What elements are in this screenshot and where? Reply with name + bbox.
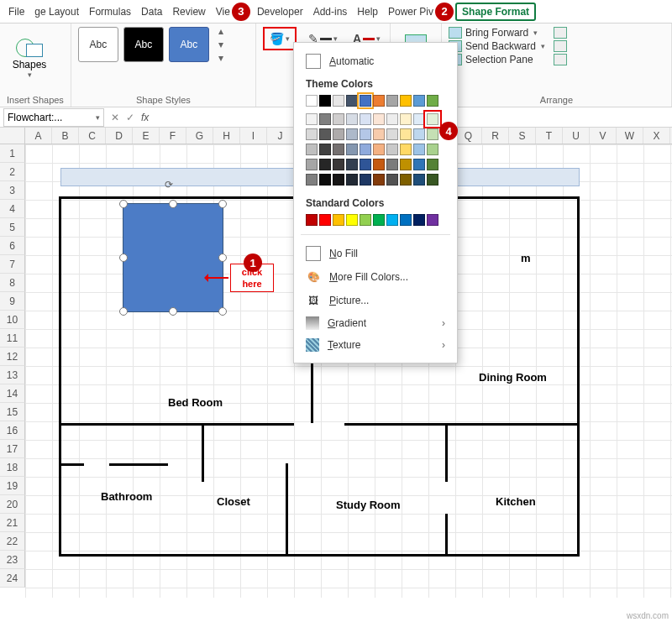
- color-swatch[interactable]: [373, 214, 385, 226]
- tab-help[interactable]: Help: [352, 3, 383, 21]
- shape-style-3[interactable]: Abc: [169, 27, 209, 62]
- tab-data[interactable]: Data: [136, 3, 167, 21]
- tab-formulas[interactable]: Formulas: [84, 3, 136, 21]
- tab-page-layout[interactable]: ge Layout: [29, 3, 84, 21]
- color-swatch[interactable]: [360, 144, 371, 155]
- column-header[interactable]: A: [25, 128, 52, 144]
- color-swatch[interactable]: [413, 174, 425, 186]
- shapes-button[interactable]: Shapes ▾: [7, 27, 52, 87]
- color-swatch[interactable]: [427, 95, 438, 107]
- color-swatch[interactable]: [346, 113, 358, 125]
- tab-file[interactable]: File: [3, 3, 29, 21]
- color-swatch[interactable]: [333, 174, 344, 186]
- column-header[interactable]: D: [106, 128, 133, 144]
- color-swatch[interactable]: [373, 174, 385, 186]
- color-swatch[interactable]: [319, 95, 331, 107]
- color-swatch[interactable]: [386, 214, 398, 226]
- no-fill[interactable]: No Fill: [294, 242, 457, 265]
- send-backward-button[interactable]: Send Backward▾: [449, 40, 545, 52]
- row-header[interactable]: 10: [0, 311, 25, 329]
- color-swatch[interactable]: [306, 95, 318, 107]
- color-swatch[interactable]: [386, 144, 398, 155]
- color-swatch[interactable]: [400, 174, 412, 186]
- color-swatch[interactable]: [373, 144, 385, 155]
- color-swatch[interactable]: [333, 144, 344, 155]
- shape-style-1[interactable]: Abc: [78, 27, 118, 62]
- tab-developer[interactable]: Developer: [252, 3, 308, 21]
- row-header[interactable]: 18: [0, 458, 25, 477]
- color-swatch[interactable]: [360, 128, 371, 140]
- color-swatch[interactable]: [346, 174, 358, 186]
- color-swatch[interactable]: [333, 95, 344, 107]
- color-swatch[interactable]: [319, 159, 331, 170]
- selection-pane-button[interactable]: Selection Pane: [449, 54, 545, 65]
- column-header[interactable]: S: [509, 128, 536, 144]
- row-header[interactable]: 20: [0, 495, 25, 514]
- color-swatch[interactable]: [346, 95, 358, 107]
- row-header[interactable]: 16: [0, 421, 25, 440]
- tab-power-pivot[interactable]: Power Piv: [383, 3, 433, 21]
- color-swatch[interactable]: [373, 113, 385, 125]
- color-swatch[interactable]: [360, 159, 371, 170]
- color-swatch[interactable]: [413, 159, 425, 170]
- color-swatch[interactable]: [427, 113, 438, 125]
- color-swatch[interactable]: [373, 95, 385, 107]
- shape-style-2[interactable]: Abc: [123, 27, 164, 62]
- fx-icon[interactable]: fx: [141, 112, 149, 123]
- row-header[interactable]: 1: [0, 144, 25, 163]
- color-swatch[interactable]: [306, 159, 318, 170]
- group-icon[interactable]: [554, 40, 567, 52]
- color-swatch[interactable]: [306, 113, 318, 125]
- color-swatch[interactable]: [373, 159, 385, 170]
- color-swatch[interactable]: [413, 214, 425, 226]
- row-header[interactable]: 11: [0, 329, 25, 348]
- color-swatch[interactable]: [400, 144, 412, 155]
- color-swatch[interactable]: [346, 159, 358, 170]
- color-swatch[interactable]: [386, 159, 398, 170]
- color-swatch[interactable]: [319, 214, 331, 226]
- column-header[interactable]: V: [590, 128, 617, 144]
- shape-fill-button[interactable]: 🪣 ▾: [263, 27, 297, 50]
- color-swatch[interactable]: [373, 128, 385, 140]
- column-header[interactable]: C: [79, 128, 106, 144]
- row-header[interactable]: 24: [0, 569, 25, 588]
- name-box[interactable]: Flowchart:... ▾: [3, 108, 104, 127]
- row-header[interactable]: 8: [0, 274, 25, 292]
- color-swatch[interactable]: [413, 95, 425, 107]
- bring-forward-button[interactable]: Bring Forward▾: [449, 27, 545, 39]
- color-swatch[interactable]: [413, 128, 425, 140]
- column-header[interactable]: F: [160, 128, 186, 144]
- column-header[interactable]: Q: [455, 128, 482, 144]
- row-header[interactable]: 6: [0, 237, 25, 255]
- enter-icon[interactable]: ✓: [126, 112, 134, 123]
- tab-shape-format[interactable]: Shape Format: [455, 3, 536, 21]
- select-all-corner[interactable]: [0, 128, 25, 144]
- color-swatch[interactable]: [427, 128, 438, 140]
- row-header[interactable]: 21: [0, 514, 25, 532]
- color-swatch[interactable]: [427, 214, 438, 226]
- color-swatch[interactable]: [413, 113, 425, 125]
- column-header[interactable]: W: [617, 128, 643, 144]
- row-header[interactable]: 2: [0, 163, 25, 181]
- color-swatch[interactable]: [427, 144, 438, 155]
- row-header[interactable]: 12: [0, 348, 25, 366]
- color-swatch[interactable]: [360, 214, 371, 226]
- tab-view[interactable]: Vie: [211, 3, 230, 21]
- color-swatch[interactable]: [400, 113, 412, 125]
- color-swatch[interactable]: [346, 128, 358, 140]
- color-swatch[interactable]: [319, 113, 331, 125]
- texture-fill[interactable]: Texture ›: [294, 334, 457, 356]
- row-header[interactable]: 9: [0, 292, 25, 311]
- column-header[interactable]: I: [240, 128, 267, 144]
- color-swatch[interactable]: [360, 95, 371, 107]
- color-swatch[interactable]: [400, 128, 412, 140]
- column-header[interactable]: G: [186, 128, 213, 144]
- column-header[interactable]: X: [643, 128, 670, 144]
- color-swatch[interactable]: [386, 128, 398, 140]
- color-swatch[interactable]: [306, 174, 318, 186]
- cancel-icon[interactable]: ✕: [111, 112, 119, 123]
- row-header[interactable]: 3: [0, 181, 25, 200]
- color-swatch[interactable]: [306, 144, 318, 155]
- column-header[interactable]: R: [482, 128, 509, 144]
- picture-fill[interactable]: 🖼 Picture...: [294, 289, 457, 312]
